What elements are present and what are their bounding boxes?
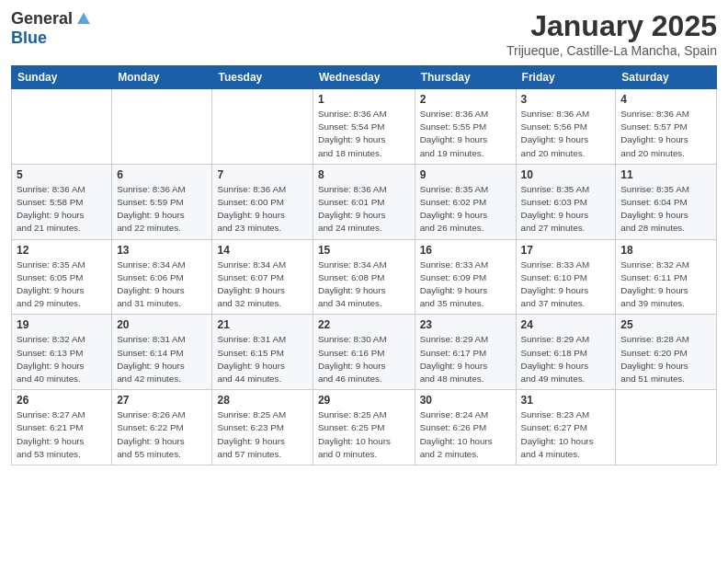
day-info: Sunrise: 8:25 AMSunset: 6:25 PMDaylight:… [318,408,410,461]
day-info: Sunrise: 8:34 AMSunset: 6:06 PMDaylight:… [117,259,207,311]
calendar-empty-cell [212,89,313,165]
calendar-empty-cell [616,390,717,465]
day-number: 2 [420,93,511,106]
calendar-day-20: 20Sunrise: 8:31 AMSunset: 6:14 PMDayligh… [112,315,212,390]
day-header-monday: Monday [112,66,212,89]
day-number: 18 [620,244,711,257]
calendar-day-10: 10Sunrise: 8:35 AMSunset: 6:03 PMDayligh… [516,164,616,239]
day-info: Sunrise: 8:26 AMSunset: 6:22 PMDaylight:… [117,408,207,461]
day-number: 19 [17,318,107,331]
calendar-day-13: 13Sunrise: 8:34 AMSunset: 6:06 PMDayligh… [112,239,212,315]
day-number: 5 [17,168,107,181]
day-header-saturday: Saturday [616,66,717,89]
day-info: Sunrise: 8:27 AMSunset: 6:21 PMDaylight:… [17,408,107,461]
svg-marker-1 [77,13,89,24]
day-number: 9 [420,168,511,181]
day-info: Sunrise: 8:36 AMSunset: 6:00 PMDaylight:… [217,183,307,236]
calendar-day-25: 25Sunrise: 8:28 AMSunset: 6:20 PMDayligh… [616,315,717,390]
day-number: 17 [521,244,611,257]
logo-general-text: General [11,9,73,29]
calendar-day-7: 7Sunrise: 8:36 AMSunset: 6:00 PMDaylight… [212,164,313,239]
day-info: Sunrise: 8:34 AMSunset: 6:08 PMDaylight:… [318,259,410,311]
day-number: 10 [521,168,611,181]
day-number: 29 [318,394,410,407]
day-info: Sunrise: 8:36 AMSunset: 5:55 PMDaylight:… [420,108,511,160]
day-info: Sunrise: 8:36 AMSunset: 5:57 PMDaylight:… [620,108,711,160]
calendar-day-14: 14Sunrise: 8:34 AMSunset: 6:07 PMDayligh… [212,239,313,315]
day-number: 7 [217,168,307,181]
day-info: Sunrise: 8:31 AMSunset: 6:14 PMDaylight:… [117,333,207,385]
day-header-tuesday: Tuesday [212,66,313,89]
calendar-day-29: 29Sunrise: 8:25 AMSunset: 6:25 PMDayligh… [313,390,415,465]
day-number: 25 [620,318,711,331]
day-number: 20 [117,318,207,331]
day-info: Sunrise: 8:28 AMSunset: 6:20 PMDaylight:… [620,333,711,385]
calendar-day-1: 1Sunrise: 8:36 AMSunset: 5:54 PMDaylight… [313,89,415,165]
day-header-thursday: Thursday [415,66,516,89]
logo-icon [74,10,93,29]
day-info: Sunrise: 8:23 AMSunset: 6:27 PMDaylight:… [521,408,611,461]
day-info: Sunrise: 8:34 AMSunset: 6:07 PMDaylight:… [217,259,307,311]
day-info: Sunrise: 8:35 AMSunset: 6:02 PMDaylight:… [420,183,511,236]
calendar-day-9: 9Sunrise: 8:35 AMSunset: 6:02 PMDaylight… [415,164,516,239]
day-info: Sunrise: 8:32 AMSunset: 6:11 PMDaylight:… [620,259,711,311]
day-info: Sunrise: 8:36 AMSunset: 6:01 PMDaylight:… [318,183,410,236]
day-number: 26 [17,394,107,407]
calendar-day-17: 17Sunrise: 8:33 AMSunset: 6:10 PMDayligh… [516,239,616,315]
day-header-sunday: Sunday [12,66,112,89]
calendar-day-11: 11Sunrise: 8:35 AMSunset: 6:04 PMDayligh… [616,164,717,239]
calendar-day-27: 27Sunrise: 8:26 AMSunset: 6:22 PMDayligh… [112,390,212,465]
calendar-day-15: 15Sunrise: 8:34 AMSunset: 6:08 PMDayligh… [313,239,415,315]
logo-blue-text: Blue [11,29,47,48]
calendar-table: SundayMondayTuesdayWednesdayThursdayFrid… [11,65,717,465]
location-text: Trijueque, Castille-La Mancha, Spain [506,43,717,58]
calendar-day-22: 22Sunrise: 8:30 AMSunset: 6:16 PMDayligh… [313,315,415,390]
calendar-day-8: 8Sunrise: 8:36 AMSunset: 6:01 PMDaylight… [313,164,415,239]
day-header-friday: Friday [516,66,616,89]
day-number: 3 [521,93,611,106]
calendar-header-row: SundayMondayTuesdayWednesdayThursdayFrid… [12,66,717,89]
day-info: Sunrise: 8:33 AMSunset: 6:09 PMDaylight:… [420,259,511,311]
calendar-day-16: 16Sunrise: 8:33 AMSunset: 6:09 PMDayligh… [415,239,516,315]
calendar-day-4: 4Sunrise: 8:36 AMSunset: 5:57 PMDaylight… [616,89,717,165]
day-info: Sunrise: 8:33 AMSunset: 6:10 PMDaylight:… [521,259,611,311]
day-info: Sunrise: 8:25 AMSunset: 6:23 PMDaylight:… [217,408,307,461]
day-number: 16 [420,244,511,257]
calendar-week-row: 26Sunrise: 8:27 AMSunset: 6:21 PMDayligh… [12,390,717,465]
day-number: 22 [318,318,410,331]
calendar-day-28: 28Sunrise: 8:25 AMSunset: 6:23 PMDayligh… [212,390,313,465]
logo: General Blue [11,9,93,48]
calendar-empty-cell [112,89,212,165]
day-number: 11 [620,168,711,181]
day-number: 28 [217,394,307,407]
day-info: Sunrise: 8:24 AMSunset: 6:26 PMDaylight:… [420,408,511,461]
calendar-day-12: 12Sunrise: 8:35 AMSunset: 6:05 PMDayligh… [12,239,112,315]
day-number: 24 [521,318,611,331]
calendar-day-3: 3Sunrise: 8:36 AMSunset: 5:56 PMDaylight… [516,89,616,165]
calendar-day-23: 23Sunrise: 8:29 AMSunset: 6:17 PMDayligh… [415,315,516,390]
day-number: 27 [117,394,207,407]
day-info: Sunrise: 8:35 AMSunset: 6:04 PMDaylight:… [620,183,711,236]
calendar-week-row: 1Sunrise: 8:36 AMSunset: 5:54 PMDaylight… [12,89,717,165]
day-number: 4 [620,93,711,106]
day-info: Sunrise: 8:30 AMSunset: 6:16 PMDaylight:… [318,333,410,385]
day-info: Sunrise: 8:36 AMSunset: 5:58 PMDaylight:… [17,183,107,236]
calendar-day-19: 19Sunrise: 8:32 AMSunset: 6:13 PMDayligh… [12,315,112,390]
day-info: Sunrise: 8:29 AMSunset: 6:17 PMDaylight:… [420,333,511,385]
calendar-day-5: 5Sunrise: 8:36 AMSunset: 5:58 PMDaylight… [12,164,112,239]
title-block: January 2025 Trijueque, Castille-La Manc… [506,9,717,58]
day-number: 15 [318,244,410,257]
calendar-week-row: 12Sunrise: 8:35 AMSunset: 6:05 PMDayligh… [12,239,717,315]
calendar-day-24: 24Sunrise: 8:29 AMSunset: 6:18 PMDayligh… [516,315,616,390]
day-number: 12 [17,244,107,257]
day-number: 13 [117,244,207,257]
calendar-container: General Blue January 2025 Trijueque, Cas… [0,0,728,473]
day-number: 6 [117,168,207,181]
day-header-wednesday: Wednesday [313,66,415,89]
calendar-day-30: 30Sunrise: 8:24 AMSunset: 6:26 PMDayligh… [415,390,516,465]
calendar-week-row: 5Sunrise: 8:36 AMSunset: 5:58 PMDaylight… [12,164,717,239]
day-info: Sunrise: 8:29 AMSunset: 6:18 PMDaylight:… [521,333,611,385]
day-number: 21 [217,318,307,331]
header: General Blue January 2025 Trijueque, Cas… [11,9,717,58]
day-number: 30 [420,394,511,407]
